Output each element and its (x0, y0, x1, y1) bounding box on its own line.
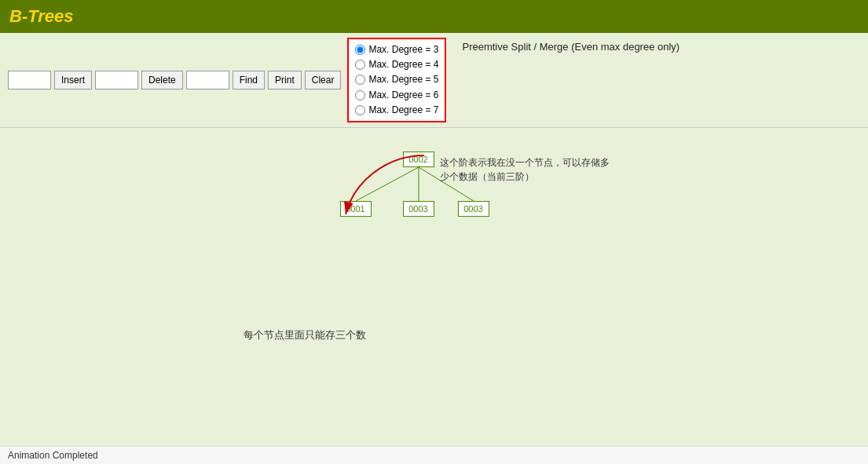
degree-radio-7[interactable] (355, 105, 365, 115)
print-button[interactable]: Print (268, 71, 302, 90)
degree-option-7[interactable]: Max. Degree = 7 (355, 103, 438, 118)
find-input[interactable] (186, 71, 229, 90)
degree-radio-5[interactable] (355, 75, 365, 85)
degree-option-4[interactable]: Max. Degree = 4 (355, 57, 438, 72)
degree-option-3[interactable]: Max. Degree = 3 (355, 42, 438, 57)
annotation-text: 这个阶表示我在没一个节点，可以存储多 少个数据（当前三阶） (440, 155, 610, 184)
status-bar: Animation Completed (0, 446, 868, 464)
annotation-line1: 这个阶表示我在没一个节点，可以存储多 (440, 155, 610, 170)
degree-option-6[interactable]: Max. Degree = 6 (355, 88, 438, 103)
clear-button[interactable]: Clear (305, 71, 342, 90)
degree-radio-6[interactable] (355, 90, 365, 100)
bottom-label: 每个节点里面只能存三个数 (244, 328, 366, 342)
toolbar: Insert Delete Find Print Clear Max. Degr… (0, 33, 868, 128)
annotation-arrow-svg (338, 152, 432, 222)
annotation-line2: 少个数据（当前三阶） (440, 170, 610, 184)
degree-radio-4[interactable] (355, 60, 365, 70)
leaf-value-2: 0003 (463, 204, 482, 214)
degree-label-7: Max. Degree = 7 (368, 103, 438, 118)
app-header: B-Trees (0, 0, 868, 33)
app-title: B-Trees (9, 6, 859, 27)
status-text: Animation Completed (8, 450, 98, 461)
annotation-container: 这个阶表示我在没一个节点，可以存储多 少个数据（当前三阶） (440, 155, 610, 184)
degree-option-5[interactable]: Max. Degree = 5 (355, 72, 438, 87)
main-content: 0002 0001 0003 0003 这个阶表示我在没一个节点，可以存储多 少… (0, 128, 868, 464)
preemptive-label: Preemtive Split / Merge (Even max degree… (462, 41, 679, 53)
leaf-node-2: 0003 (458, 201, 489, 217)
degree-label-3: Max. Degree = 3 (368, 42, 438, 57)
degree-label-4: Max. Degree = 4 (368, 57, 438, 72)
insert-button[interactable]: Insert (54, 71, 92, 90)
degree-radio-3[interactable] (355, 45, 365, 55)
delete-input[interactable] (95, 71, 138, 90)
delete-button[interactable]: Delete (141, 71, 183, 90)
degree-selection-box: Max. Degree = 3 Max. Degree = 4 Max. Deg… (347, 38, 446, 122)
degree-label-5: Max. Degree = 5 (368, 72, 438, 87)
insert-input[interactable] (8, 71, 51, 90)
degree-label-6: Max. Degree = 6 (368, 88, 438, 103)
find-button[interactable]: Find (233, 71, 265, 90)
